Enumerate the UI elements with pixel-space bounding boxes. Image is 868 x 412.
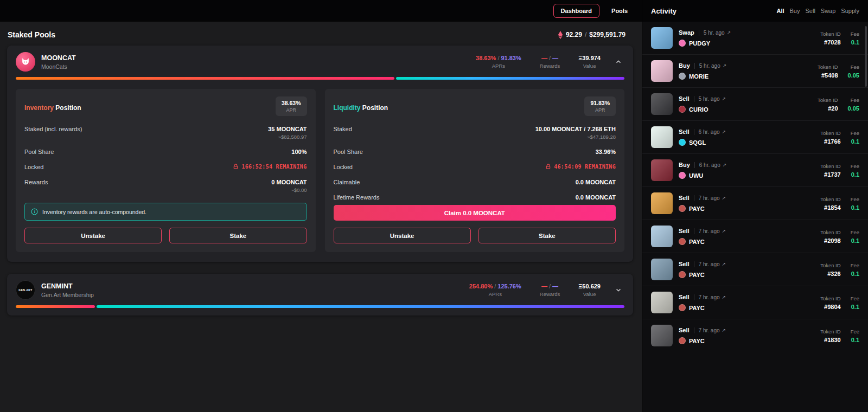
activity-row[interactable]: Sell 6 hr. ago ↗ SQGL Token ID #1766: [642, 121, 868, 154]
nft-avatar: [651, 159, 673, 181]
pool-rewards-stat: —/— Rewards: [540, 55, 560, 69]
pool-value-stat: Ξ50.629 Value: [578, 283, 601, 297]
activity-row[interactable]: Sell 7 hr. ago ↗ PAYC Token ID #1830: [642, 319, 868, 349]
fee-label: Fee: [851, 229, 859, 235]
filter-all[interactable]: All: [776, 8, 784, 14]
fee-value: 0.1: [851, 237, 859, 244]
token-id-block: Token ID #1830: [820, 329, 841, 343]
external-link-icon[interactable]: ↗: [727, 30, 731, 35]
external-link-icon[interactable]: ↗: [722, 129, 726, 134]
fee-block: Fee 0.1: [851, 163, 859, 178]
activity-action: Buy: [679, 162, 690, 168]
inventory-stake-button[interactable]: Stake: [169, 228, 307, 243]
token-name: PAYC: [689, 338, 705, 344]
genmint-avatar: GEN.ART: [16, 280, 35, 300]
pool-header-mooncat[interactable]: MOONCAT MoonCats 38.63%/91.83% APRs —/— …: [7, 46, 633, 77]
activity-action: Sell: [679, 228, 690, 234]
collapse-chevron-up[interactable]: [612, 56, 624, 68]
fee-block: Fee 0.1: [851, 329, 859, 343]
pool-card-genmint: GEN.ART GENMINT Gen.Art Membership 254.8…: [7, 274, 633, 316]
token-name: CURIO: [689, 106, 708, 113]
activity-action: Sell: [679, 128, 690, 135]
pool-header-genmint[interactable]: GEN.ART GENMINT Gen.Art Membership 254.8…: [7, 274, 633, 305]
filter-sell[interactable]: Sell: [805, 8, 815, 14]
liquidity-unstake-button[interactable]: Unstake: [334, 228, 471, 243]
inventory-segment: [16, 77, 394, 80]
external-link-icon[interactable]: ↗: [723, 63, 727, 68]
slash: /: [547, 283, 552, 289]
filter-supply[interactable]: Supply: [841, 8, 859, 14]
pool-value: Ξ39.974: [578, 55, 601, 61]
locked-countdown: 46:54:09 REMAINING: [554, 164, 616, 170]
token-name: PAYC: [689, 272, 705, 278]
external-link-icon[interactable]: ↗: [722, 294, 726, 300]
liquidity-position-panel: Liquidity Position 91.83% APR Staked 10.…: [325, 89, 625, 252]
token-id-value: #326: [820, 271, 841, 277]
activity-header: Activity All Buy Sell Swap Supply: [642, 0, 868, 22]
liquidity-segment: [396, 77, 624, 80]
external-link-icon[interactable]: ↗: [722, 228, 726, 234]
chevron-down-icon: [615, 286, 622, 294]
pool-collection: Gen.Art Membership: [41, 292, 94, 298]
activity-time: 6 hr. ago: [694, 162, 720, 168]
external-link-icon[interactable]: ↗: [722, 327, 726, 333]
total-usd-value: $299,591.79: [589, 31, 626, 38]
lock-icon: [233, 164, 239, 170]
activity-row[interactable]: Sell 7 hr. ago ↗ PAYC Token ID #326: [642, 253, 868, 286]
activity-row[interactable]: Swap 5 hr. ago ↗ PUDGY Token ID #7028: [642, 22, 868, 55]
row-pool-share: Pool Share 33.96%: [334, 144, 616, 159]
token-id-block: Token ID #2098: [820, 229, 841, 244]
activity-row[interactable]: Sell 7 hr. ago ↗ PAYC Token ID #9804: [642, 286, 868, 319]
total-separator: /: [585, 31, 586, 38]
external-link-icon[interactable]: ↗: [722, 96, 726, 101]
token-name: PAYC: [689, 305, 705, 311]
filter-buy[interactable]: Buy: [790, 8, 800, 14]
external-link-icon[interactable]: ↗: [723, 162, 727, 168]
nav-dashboard-button[interactable]: Dashboard: [553, 4, 599, 18]
info-icon: [31, 208, 38, 215]
nav-pools-button[interactable]: Pools: [607, 4, 632, 17]
activity-row[interactable]: Sell 7 hr. ago ↗ PAYC Token ID #2098: [642, 220, 868, 253]
rewards-label: Rewards: [540, 63, 560, 69]
expand-chevron-down[interactable]: [612, 284, 624, 296]
fee-label: Fee: [851, 31, 859, 37]
value-ratio-bar: [16, 77, 624, 80]
activity-row[interactable]: Buy 5 hr. ago ↗ MORIE Token ID #5408: [642, 55, 868, 88]
token-id-value: #1830: [820, 337, 841, 343]
activity-row[interactable]: Sell 5 hr. ago ↗ CURIO Token ID #20: [642, 88, 868, 121]
pool-aprs-stat: 38.63%/91.83% APRs: [476, 55, 521, 69]
inventory-unstake-button[interactable]: Unstake: [24, 228, 162, 243]
activity-scrollbar[interactable]: [865, 26, 867, 87]
genmint-avatar-text: GEN.ART: [18, 288, 32, 292]
row-locked: Locked 166:52:54 REMAINING: [24, 159, 307, 175]
fee-label: Fee: [851, 329, 859, 334]
fee-block: Fee 0.1: [851, 295, 859, 310]
pool-stats: 254.80%/125.76% APRs —/— Rewards Ξ50.629…: [469, 283, 601, 297]
pool-stats: 38.63%/91.83% APRs —/— Rewards Ξ39.974 V…: [476, 55, 601, 69]
token-icon: [679, 205, 686, 212]
row-claimable: Claimable 0.0 MOONCAT: [334, 175, 616, 190]
claim-button[interactable]: Claim 0.0 MOONCAT: [334, 205, 616, 221]
activity-title: Activity: [651, 7, 676, 15]
fee-block: Fee 0.1: [851, 262, 859, 277]
pool-value: Ξ50.629: [578, 283, 601, 289]
auto-compound-info: Inventory rewards are auto-compounded.: [24, 203, 307, 221]
token-id-value: #5408: [818, 72, 838, 79]
activity-time: 7 hr. ago: [694, 294, 720, 300]
inventory-position-panel: Inventory Position 38.63% APR Staked (in…: [16, 89, 316, 252]
fee-label: Fee: [851, 163, 859, 169]
activity-row[interactable]: Sell 7 hr. ago ↗ PAYC Token ID #1854: [642, 187, 868, 220]
inventory-apr-badge: 38.63% APR: [276, 96, 307, 116]
external-link-icon[interactable]: ↗: [722, 195, 726, 201]
liquidity-stake-button[interactable]: Stake: [478, 228, 616, 243]
value-label: Value: [578, 291, 601, 297]
external-link-icon[interactable]: ↗: [722, 261, 726, 267]
rewards-dash-2: —: [552, 55, 558, 61]
pool-name: GENMINT: [41, 282, 94, 290]
activity-row[interactable]: Buy 6 hr. ago ↗ UWU Token ID #1737: [642, 154, 868, 187]
filter-swap[interactable]: Swap: [821, 8, 836, 14]
token-icon: [679, 337, 686, 344]
token-id-label: Token ID: [820, 163, 841, 169]
row-staked: Staked 10.00 MOONCAT / 7.268 ETH~$47,189…: [334, 121, 616, 144]
fee-value: 0.1: [851, 271, 859, 277]
